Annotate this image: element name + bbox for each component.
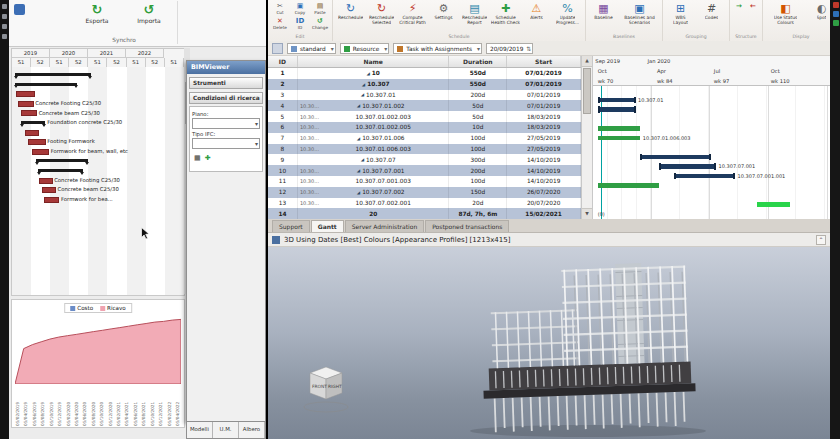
- gantt-row[interactable]: [12, 156, 184, 166]
- panel-tab[interactable]: Albero: [239, 422, 265, 438]
- expand-icon[interactable]: ◢: [366, 71, 369, 76]
- import-button[interactable]: ↺ Importa: [125, 3, 173, 33]
- gantt-bar[interactable]: [640, 155, 711, 160]
- dock-icon[interactable]: [2, 24, 7, 29]
- add-icon[interactable]: ✚: [205, 154, 211, 162]
- tools-section-header[interactable]: Strumenti: [189, 77, 263, 89]
- task-bar[interactable]: [45, 198, 59, 202]
- dock-icon[interactable]: [2, 14, 7, 19]
- gantt-row[interactable]: [12, 89, 184, 99]
- task-bar[interactable]: [43, 188, 55, 192]
- reschedule-report-button[interactable]: ▤RescheduleReport: [459, 2, 490, 26]
- summary-bar[interactable]: [38, 169, 83, 172]
- summary-bar[interactable]: [36, 159, 88, 162]
- expand-icon[interactable]: ◢: [362, 82, 365, 87]
- grid-icon[interactable]: ▦: [194, 154, 201, 162]
- gantt-bar[interactable]: [674, 174, 736, 179]
- gantt-bar[interactable]: [598, 136, 641, 141]
- baselines-scenarios-button[interactable]: ▣Baselines andScenarios: [619, 2, 660, 26]
- task-bar[interactable]: [33, 150, 48, 154]
- panel-tab[interactable]: Modelli: [187, 422, 213, 438]
- gantt-row[interactable]: Foundation concrete C25/30: [12, 118, 184, 128]
- table-row[interactable]: 2◢10.307550d07/01/2019: [268, 79, 581, 90]
- gantt-row[interactable]: [12, 70, 184, 80]
- wbs-layout-button[interactable]: ⊞WBSLayout: [665, 2, 696, 26]
- table-row[interactable]: 410.30...◢10.307.01.00250d07/01/2019: [268, 100, 581, 111]
- report-date-input[interactable]: 20/09/2019: [486, 43, 533, 54]
- edge-tool-icon[interactable]: [833, 20, 839, 26]
- scroll-down-icon[interactable]: ▼: [582, 208, 592, 219]
- task-bar[interactable]: [40, 179, 52, 183]
- dock-icon[interactable]: [2, 4, 7, 9]
- table-row[interactable]: 810.30...10.307.01.006.003100d27/05/2019: [268, 144, 581, 155]
- gantt-row[interactable]: [12, 80, 184, 90]
- search-conditions-header[interactable]: Condizioni di ricerca: [189, 92, 263, 104]
- baseline-button[interactable]: ▦Baseline: [588, 2, 619, 20]
- table-row[interactable]: 1010.30...◢10.307.07.001200d14/10/2019: [268, 165, 581, 176]
- edge-tool-icon[interactable]: [833, 2, 839, 8]
- task-bar[interactable]: [22, 111, 36, 115]
- summary-bar[interactable]: [15, 73, 91, 76]
- collapse-icon[interactable]: ⌃: [816, 235, 826, 245]
- gantt-bar[interactable]: [757, 202, 790, 207]
- view-tab[interactable]: Gantt: [311, 220, 344, 232]
- view-tab[interactable]: Postponed transactions: [425, 220, 509, 232]
- use-status-colours-button[interactable]: ◧Use StatusColours: [765, 2, 806, 26]
- update-progress-button[interactable]: %UpdateProgress...: [552, 2, 583, 26]
- scrollbar-thumb[interactable]: [583, 68, 591, 114]
- summary-bar[interactable]: [15, 83, 77, 86]
- gantt-body[interactable]: 10.307.0110.307.01.006.00310.307.07.0011…: [593, 86, 830, 219]
- summary-bar[interactable]: [21, 121, 45, 124]
- gantt-row[interactable]: [12, 128, 184, 138]
- column-header[interactable]: ID: [268, 56, 298, 67]
- resource-select[interactable]: Resource: [340, 43, 390, 54]
- copy-button[interactable]: ▣Copy: [290, 2, 310, 17]
- panel-tab[interactable]: U.M.: [213, 422, 239, 438]
- settings-button[interactable]: ⚙Settings: [428, 2, 459, 20]
- column-header[interactable]: Start: [507, 56, 581, 67]
- chart-style-select[interactable]: standard: [287, 43, 336, 54]
- bimviewer-title[interactable]: BIMViewer: [187, 61, 265, 74]
- table-row[interactable]: 1110.30...10.307.07.001.003100d14/10/201…: [268, 176, 581, 187]
- table-row[interactable]: 1310.30...10.307.07.002.00120d20/07/2020: [268, 198, 581, 209]
- expand-icon[interactable]: ◢: [357, 190, 360, 195]
- expand-icon[interactable]: ◢: [357, 103, 360, 108]
- column-header[interactable]: Duration: [449, 56, 507, 67]
- expand-icon[interactable]: ◢: [361, 92, 364, 97]
- cut-button[interactable]: ✂Cut: [270, 2, 290, 17]
- gantt-row[interactable]: Formwork for bea...: [12, 195, 184, 205]
- codes-button[interactable]: #Codes: [696, 2, 727, 20]
- gantt-row[interactable]: [12, 166, 184, 176]
- 3d-viewport[interactable]: FRONT RIGHT: [268, 247, 830, 439]
- ifc-type-select[interactable]: [192, 138, 260, 149]
- task-bar[interactable]: [26, 131, 38, 135]
- schedule-health-check-button[interactable]: ✚ScheduleHealth Check: [490, 2, 521, 26]
- table-row[interactable]: 3◢10.307.01200d07/01/2019: [268, 90, 581, 101]
- alerts-button[interactable]: ⚠Alerts: [521, 2, 552, 20]
- file-icon[interactable]: [14, 4, 25, 15]
- spotlight-button[interactable]: ◐Spot: [806, 2, 830, 20]
- scroll-up-icon[interactable]: ▲: [582, 56, 592, 67]
- task-bar[interactable]: [17, 92, 34, 96]
- id-button[interactable]: IDID: [290, 17, 310, 32]
- edge-tool-icon[interactable]: [833, 11, 839, 17]
- gantt-bar[interactable]: [598, 98, 636, 103]
- gantt-row[interactable]: Concrete Footing C25/30: [12, 176, 184, 186]
- view-tab[interactable]: Support: [272, 220, 310, 232]
- indent-button[interactable]: →: [732, 2, 746, 17]
- table-row[interactable]: 510.30...10.307.01.002.00350d18/03/2019: [268, 111, 581, 122]
- gantt-row[interactable]: Concrete beam C25/30: [12, 108, 184, 118]
- gantt-row[interactable]: Concrete beam C25/30: [12, 185, 184, 195]
- table-row[interactable]: 1◢10550d07/01/2019: [268, 68, 581, 79]
- expand-icon[interactable]: ◢: [361, 157, 364, 162]
- grid-vertical-scrollbar[interactable]: ▲ ▼: [582, 56, 593, 219]
- gantt-bar[interactable]: [598, 107, 636, 112]
- gantt-bar[interactable]: [598, 126, 641, 131]
- table-row[interactable]: 142087d, 7h, 6m15/02/2021: [268, 208, 581, 219]
- floor-select[interactable]: [192, 118, 260, 129]
- view-mode-icon[interactable]: [272, 43, 283, 54]
- table-row[interactable]: 9◢10.307.07300d14/10/2019: [268, 154, 581, 165]
- reschedule-selected-button[interactable]: ↻RescheduleSelected: [366, 2, 397, 26]
- expand-icon[interactable]: ◢: [357, 136, 360, 141]
- outdent-button[interactable]: ←: [746, 2, 760, 17]
